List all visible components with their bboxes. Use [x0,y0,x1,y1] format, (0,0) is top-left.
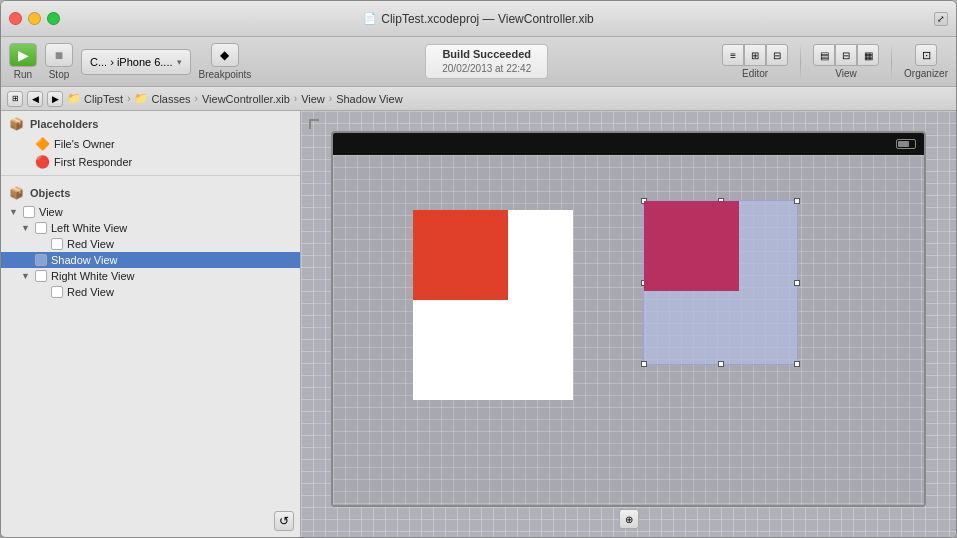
breadcrumb-view[interactable]: View [301,93,325,105]
canvas-area[interactable]: ⊕ [301,111,956,537]
traffic-lights [9,12,60,25]
breakpoints-button[interactable]: ◆ Breakpoints [199,43,252,80]
breadcrumb-forward-button[interactable]: ▶ [47,91,63,107]
breadcrumb-viewcontroller-label: ViewController.xib [202,93,290,105]
nav-shadow-view-item[interactable]: Shadow View [1,252,300,268]
version-editor-button[interactable]: ⊟ [766,44,788,66]
breadcrumb-view-label: View [301,93,325,105]
breadcrumb-arrow-4: › [329,93,332,104]
battery-level [898,141,909,147]
handle-bl[interactable] [641,361,647,367]
right-red-view[interactable] [644,201,739,291]
build-status-time: 20/02/2013 at 22:42 [442,62,531,76]
scheme-arrow: ▾ [177,57,182,67]
first-responder-item[interactable]: 🔴 First Responder [1,153,300,171]
organizer-button[interactable]: ⊡ Organizer [904,44,948,79]
editor-label: Editor [742,68,768,79]
breadcrumb-arrow-1: › [127,93,130,104]
shadow-view-label: Shadow View [51,254,117,266]
toolbar-divider-2 [891,44,892,80]
standard-editor-button[interactable]: ≡ [722,44,744,66]
shadow-view-checkbox[interactable] [35,254,47,266]
stop-button[interactable]: ■ Stop [45,43,73,80]
breadcrumb-shadowview[interactable]: Shadow View [336,93,402,105]
right-white-label: Right White View [51,270,135,282]
left-white-label: Left White View [51,222,127,234]
folder2-icon: 📁 [134,92,148,105]
handle-tr[interactable] [794,198,800,204]
breadcrumb-cliptest[interactable]: 📁 ClipTest [67,92,123,105]
red-view-1-checkbox[interactable] [51,238,63,250]
expand-button[interactable]: ⤢ [934,12,948,26]
iphone-statusbar [333,133,924,155]
objects-header: 📦 Objects [1,180,300,204]
nav-divider [1,175,300,176]
view-checkbox[interactable] [23,206,35,218]
minimize-button[interactable] [28,12,41,25]
files-owner-item[interactable]: 🔶 File's Owner [1,135,300,153]
editor-buttons: ≡ ⊞ ⊟ [722,44,788,66]
handle-mr[interactable] [794,280,800,286]
nav-left-white-view-item[interactable]: ▼ Left White View [1,220,300,236]
iphone-content [333,155,924,505]
handle-br[interactable] [794,361,800,367]
breadcrumb-cliptest-label: ClipTest [84,93,123,105]
build-status-box: Build Succeeded 20/02/2013 at 22:42 [425,44,548,79]
red-view-2-checkbox[interactable] [51,286,63,298]
files-owner-icon: 🔶 [35,137,50,151]
canvas-corner-marker [309,119,319,129]
navigator-list-button[interactable]: ⊞ [7,91,23,107]
folder-icon: 📁 [67,92,81,105]
close-button[interactable] [9,12,22,25]
utilities-toggle-button[interactable]: ▦ [857,44,879,66]
run-label: Run [14,69,32,80]
placeholders-icon: 📦 [9,117,24,131]
titlebar: 📄 ClipTest.xcodeproj — ViewController.xi… [1,1,956,37]
breadcrumb-arrow-2: › [195,93,198,104]
breadcrumb-bar: ⊞ ◀ ▶ 📁 ClipTest › 📁 Classes › ViewContr… [1,87,956,111]
maximize-button[interactable] [47,12,60,25]
breadcrumb-classes-label: Classes [151,93,190,105]
right-white-checkbox[interactable] [35,270,47,282]
first-responder-label: First Responder [54,156,132,168]
view-disclosure: ▼ [9,207,19,217]
toolbar: ▶ Run ■ Stop C... › iPhone 6.... ▾ ◆ Bre… [1,37,956,87]
handle-bc[interactable] [718,361,724,367]
editor-group: ≡ ⊞ ⊟ Editor [722,44,788,79]
run-button[interactable]: ▶ Run [9,43,37,80]
nav-red-view-item-2[interactable]: Red View [1,284,300,300]
breadcrumb-arrow-3: › [294,93,297,104]
canvas-zoom-button[interactable]: ⊕ [619,509,639,529]
red-view-2-label: Red View [67,286,114,298]
build-status-area: Build Succeeded 20/02/2013 at 22:42 [259,44,714,79]
breakpoints-label: Breakpoints [199,69,252,80]
debug-toggle-button[interactable]: ⊟ [835,44,857,66]
view-label: View [39,206,63,218]
objects-icon: 📦 [9,186,24,200]
left-red-view[interactable] [413,210,508,300]
stop-label: Stop [49,69,70,80]
navigator-add-button[interactable]: ↺ [274,511,294,531]
battery-icon [896,139,916,149]
view-group: ▤ ⊟ ▦ View [813,44,879,79]
nav-right-white-view-item[interactable]: ▼ Right White View [1,268,300,284]
shadow-view[interactable] [643,200,798,365]
window-title-text: ClipTest.xcodeproj — ViewController.xib [381,12,594,26]
nav-view-item[interactable]: ▼ View [1,204,300,220]
breadcrumb-viewcontroller[interactable]: ViewController.xib [202,93,290,105]
scheme-selector[interactable]: C... › iPhone 6.... ▾ [81,49,191,75]
files-owner-label: File's Owner [54,138,115,150]
navigator-panel: 📦 Placeholders 🔶 File's Owner 🔴 First Re… [1,111,301,537]
nav-red-view-item-1[interactable]: Red View [1,236,300,252]
navigator-toggle-button[interactable]: ▤ [813,44,835,66]
breadcrumb-classes[interactable]: 📁 Classes [134,92,190,105]
left-white-checkbox[interactable] [35,222,47,234]
assistant-editor-button[interactable]: ⊞ [744,44,766,66]
organizer-label: Organizer [904,68,948,79]
toolbar-divider [800,44,801,80]
main-window: 📄 ClipTest.xcodeproj — ViewController.xi… [0,0,957,538]
breadcrumb-back-button[interactable]: ◀ [27,91,43,107]
left-white-view[interactable] [413,210,573,400]
run-icon: ▶ [9,43,37,67]
view-buttons: ▤ ⊟ ▦ [813,44,879,66]
